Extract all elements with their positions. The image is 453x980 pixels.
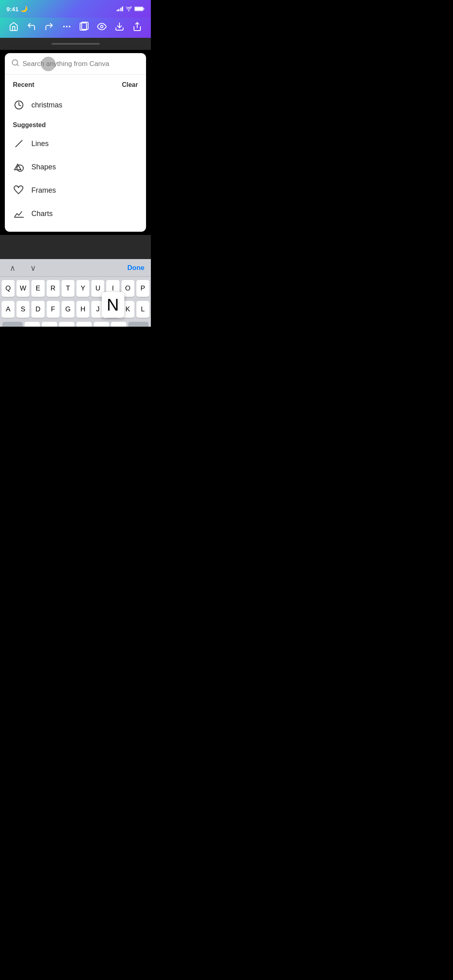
key-Y[interactable]: Y — [76, 280, 89, 297]
suggested-title: Suggested — [13, 121, 46, 128]
charts-label: Charts — [31, 210, 53, 218]
shapes-label: Shapes — [31, 163, 56, 171]
svg-point-5 — [69, 26, 70, 27]
key-F[interactable]: F — [47, 301, 60, 318]
lines-label: Lines — [31, 140, 49, 148]
svg-line-14 — [16, 140, 22, 147]
key-B[interactable]: B — [94, 322, 109, 327]
device-frame-top — [0, 38, 151, 50]
undo-button[interactable] — [23, 19, 39, 37]
search-input[interactable] — [23, 60, 140, 68]
key-A[interactable]: A — [2, 301, 14, 318]
suggested-item-charts[interactable]: Charts — [5, 202, 146, 225]
key-J[interactable]: J — [91, 301, 104, 318]
key-R[interactable]: R — [47, 280, 60, 297]
recent-item-label: christmas — [31, 101, 62, 109]
wifi-icon — [126, 6, 132, 11]
search-icon — [11, 59, 19, 69]
key-L[interactable]: L — [136, 301, 149, 318]
suggested-item-frames[interactable]: Frames — [5, 179, 146, 202]
key-P[interactable]: P — [136, 280, 149, 297]
battery-icon — [134, 6, 144, 11]
frames-icon — [13, 184, 25, 196]
preview-button[interactable] — [94, 19, 110, 37]
recent-item-christmas[interactable]: christmas — [5, 93, 146, 117]
redo-button[interactable] — [41, 19, 57, 37]
status-time: 9:41 🌙 — [6, 5, 28, 12]
svg-point-3 — [63, 26, 65, 27]
drag-area — [0, 235, 151, 259]
key-K[interactable]: K — [121, 301, 134, 318]
key-row-1: Q W E R T Y U I O P — [2, 280, 149, 297]
nav-up-button[interactable]: ∧ — [6, 261, 19, 274]
device-notch — [51, 43, 100, 45]
key-S[interactable]: S — [16, 301, 29, 318]
status-icons — [117, 6, 145, 11]
recent-title: Recent — [13, 81, 34, 89]
nav-down-button[interactable]: ∨ — [27, 261, 39, 274]
done-button[interactable]: Done — [128, 264, 145, 272]
signal-bar-1 — [117, 10, 118, 11]
charts-icon — [13, 208, 25, 220]
key-Z[interactable]: Z — [25, 322, 40, 327]
time-display: 9:41 — [6, 6, 19, 12]
keyboard: Q W E R T Y U I O P A S D F G H J N N — [0, 277, 151, 327]
keyboard-rows: Q W E R T Y U I O P A S D F G H J N N — [0, 277, 151, 327]
key-O[interactable]: O — [121, 280, 134, 297]
shapes-icon — [13, 161, 25, 173]
suggested-item-shapes[interactable]: Shapes — [5, 155, 146, 179]
key-I[interactable]: I — [106, 280, 119, 297]
shift-key[interactable] — [2, 322, 23, 327]
key-M[interactable]: M — [111, 322, 126, 327]
share-button[interactable] — [129, 19, 145, 37]
key-row-3: Z X C V B M — [2, 322, 149, 327]
moon-icon: 🌙 — [20, 5, 28, 12]
svg-rect-1 — [135, 7, 143, 10]
key-D[interactable]: D — [31, 301, 44, 318]
suggested-item-lines[interactable]: Lines — [5, 132, 146, 155]
search-bar[interactable] — [5, 53, 146, 75]
more-button[interactable] — [59, 19, 75, 37]
key-row-2: A S D F G H J N N K L — [2, 301, 149, 318]
signal-bar-2 — [118, 9, 119, 11]
keyboard-nav-buttons: ∧ ∨ — [6, 261, 39, 274]
key-X[interactable]: X — [42, 322, 57, 327]
svg-line-12 — [17, 64, 19, 66]
delete-key[interactable] — [128, 322, 148, 327]
lines-icon — [13, 138, 25, 150]
key-T[interactable]: T — [62, 280, 74, 297]
key-H[interactable]: H — [76, 301, 89, 318]
key-G[interactable]: G — [62, 301, 74, 318]
svg-point-8 — [101, 25, 103, 28]
app-toolbar — [0, 18, 151, 38]
suggested-section-header: Suggested — [5, 117, 146, 132]
keyboard-toolbar: ∧ ∨ Done — [0, 259, 151, 277]
signal-bar-3 — [120, 8, 121, 11]
home-button[interactable] — [6, 19, 22, 37]
clock-icon — [13, 99, 25, 111]
key-V[interactable]: V — [76, 322, 92, 327]
search-panel: Recent Clear christmas Suggested — [5, 53, 146, 232]
search-content: Recent Clear christmas Suggested — [5, 75, 146, 232]
signal-strength — [117, 6, 124, 11]
signal-bar-4 — [122, 6, 123, 11]
svg-point-4 — [66, 26, 68, 27]
key-U[interactable]: U — [91, 280, 104, 297]
key-C[interactable]: C — [59, 322, 74, 327]
svg-rect-2 — [144, 8, 144, 10]
key-E[interactable]: E — [31, 280, 44, 297]
status-bar: 9:41 🌙 — [0, 0, 151, 18]
key-N-active[interactable]: N N — [106, 301, 119, 318]
recent-section-header: Recent Clear — [5, 81, 146, 93]
clear-button[interactable]: Clear — [122, 81, 138, 89]
pages-button[interactable] — [76, 19, 92, 37]
key-W[interactable]: W — [16, 280, 29, 297]
download-button[interactable] — [111, 19, 128, 37]
frames-label: Frames — [31, 186, 56, 195]
key-Q[interactable]: Q — [2, 280, 14, 297]
